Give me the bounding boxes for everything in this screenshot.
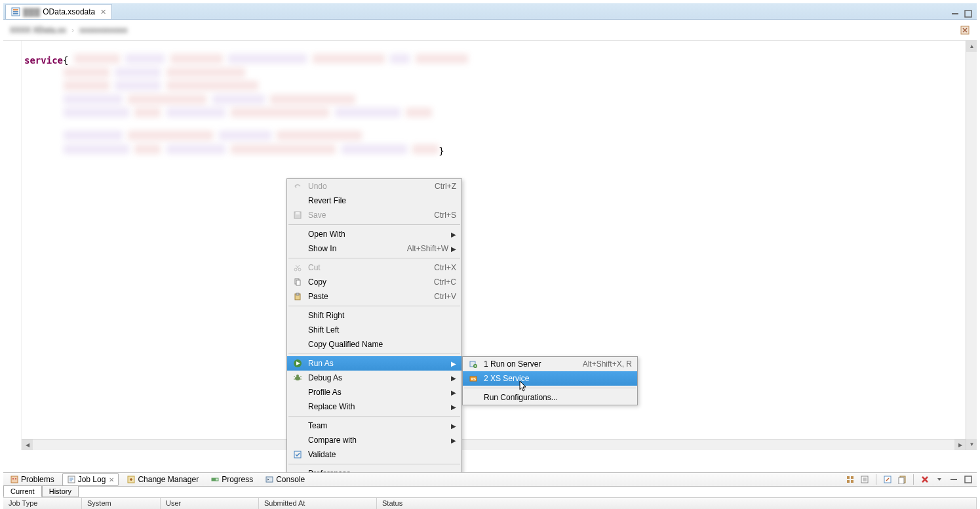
close-icon[interactable]: ✕ [109, 476, 114, 483]
menu-paste[interactable]: Paste Ctrl+V [287, 289, 461, 304]
svg-rect-3 [13, 13, 18, 14]
svg-rect-5 [965, 10, 971, 17]
column-system[interactable]: System [82, 498, 161, 509]
svg-rect-39 [951, 479, 957, 480]
scroll-left-icon[interactable]: ◀ [22, 439, 33, 451]
menu-team[interactable]: Team ▶ [287, 418, 461, 433]
scroll-down-icon[interactable]: ▼ [966, 439, 977, 450]
scroll-up-icon[interactable]: ▲ [966, 41, 977, 52]
menu-debug-as[interactable]: Debug As ▶ [287, 371, 461, 385]
job-log-icon [67, 475, 76, 484]
chevron-right-icon: ▶ [448, 422, 456, 430]
view-tab-job-log[interactable]: Job Log ✕ [62, 473, 119, 486]
svg-rect-2 [13, 11, 18, 12]
run-icon [290, 359, 305, 368]
bottom-view-tabs: Problems Job Log ✕ Change Manager Progre… [3, 472, 977, 487]
svg-rect-8 [296, 212, 300, 214]
minimize-view-icon[interactable] [948, 474, 960, 485]
minimize-view-icon[interactable] [950, 9, 960, 19]
chevron-right-icon: ▶ [448, 389, 456, 396]
menu-shift-right[interactable]: Shift Right [287, 308, 461, 323]
xsodata-file-icon [11, 7, 20, 16]
column-status[interactable]: Status [377, 498, 977, 509]
svg-point-17 [296, 375, 299, 377]
column-user[interactable]: User [161, 498, 259, 509]
view-tab-change-manager[interactable]: Change Manager [123, 474, 203, 485]
svg-rect-1 [13, 9, 18, 10]
debug-icon [290, 373, 305, 382]
menu-run-as[interactable]: Run As ▶ [287, 356, 461, 371]
keyword-service: service [24, 55, 63, 66]
menu-cut[interactable]: Cut Ctrl+X [287, 260, 461, 275]
xs-service-icon: XS [465, 374, 481, 383]
maximize-view-icon[interactable] [963, 9, 973, 19]
editor-tab-bar: ▓▓▓ OData.xsodata ✕ [3, 3, 977, 20]
close-icon[interactable]: ✕ [100, 8, 106, 16]
menu-replace-with[interactable]: Replace With ▶ [287, 399, 461, 414]
editor-gutter [3, 41, 22, 450]
paste-icon [290, 292, 305, 301]
column-submitted-at[interactable]: Submitted At [259, 498, 377, 509]
vertical-scrollbar[interactable]: ▲ ▼ [966, 41, 977, 450]
menu-copy[interactable]: Copy Ctrl+C [287, 275, 461, 289]
run-as-submenu: 1 Run on Server Alt+Shift+X, R XS 2 XS S… [462, 356, 638, 405]
svg-point-24 [12, 478, 14, 479]
chevron-right-icon: ▶ [448, 231, 456, 238]
menu-compare-with[interactable]: Compare with ▶ [287, 433, 461, 447]
view-tab-problems[interactable]: Problems [6, 474, 58, 485]
job-log-sub-tabs: Current History [3, 485, 79, 497]
change-manager-icon [127, 475, 136, 484]
scroll-right-icon[interactable]: ▶ [954, 439, 966, 451]
menu-copy-qualified-name[interactable]: Copy Qualified Name [287, 337, 461, 352]
toolbar-list-icon[interactable] [859, 474, 871, 485]
svg-rect-14 [296, 293, 299, 295]
toolbar-dropdown-icon[interactable] [933, 474, 945, 485]
toolbar-delete-icon[interactable] [919, 474, 931, 485]
svg-rect-4 [952, 13, 958, 14]
editor-tab-active[interactable]: ▓▓▓ OData.xsodata ✕ [5, 4, 112, 19]
toolbar-grid-icon[interactable] [844, 474, 856, 485]
menu-revert-file[interactable]: Revert File [287, 193, 461, 208]
console-icon [265, 475, 274, 484]
save-icon [290, 211, 305, 220]
copy-icon [290, 277, 305, 287]
svg-rect-38 [899, 478, 904, 484]
toolbar-refresh-icon[interactable] [882, 474, 893, 485]
view-tab-console[interactable]: Console [261, 474, 309, 485]
chevron-right-icon: ▶ [448, 375, 456, 382]
svg-rect-23 [11, 476, 18, 483]
menu-save[interactable]: Save Ctrl+S [287, 208, 461, 222]
editor-content[interactable]: service{ } [24, 54, 964, 157]
menu-undo[interactable]: Undo Ctrl+Z [287, 179, 461, 193]
sub-tab-history[interactable]: History [42, 485, 79, 497]
undo-icon [290, 182, 305, 191]
menu-validate[interactable]: Validate [287, 447, 461, 462]
maximize-view-icon[interactable] [962, 474, 974, 485]
menu-show-in[interactable]: Show In Alt+Shift+W ▶ [287, 241, 461, 256]
svg-rect-12 [296, 280, 300, 285]
svg-rect-29 [212, 478, 216, 481]
submenu-run-configurations[interactable]: Run Configurations... [463, 390, 637, 405]
chevron-right-icon: ▶ [448, 437, 456, 444]
progress-icon [210, 475, 220, 484]
job-log-table-header: Job Type System User Submitted At Status [3, 497, 977, 509]
validate-icon [290, 450, 305, 459]
breadcrumb-item-2[interactable]: xxxxxxxxxxx [79, 26, 127, 35]
column-job-type[interactable]: Job Type [3, 498, 82, 509]
menu-profile-as[interactable]: Profile As ▶ [287, 385, 461, 399]
view-tab-progress[interactable]: Progress [206, 474, 257, 485]
chevron-right-icon: ▶ [448, 403, 456, 411]
breadcrumb-bar: XXXX XData.xx › xxxxxxxxxxx [3, 20, 977, 41]
submenu-run-on-server[interactable]: 1 Run on Server Alt+Shift+X, R [463, 357, 637, 371]
chevron-right-icon: ▶ [448, 245, 456, 253]
submenu-xs-service[interactable]: XS 2 XS Service [463, 371, 637, 386]
sub-tab-current[interactable]: Current [3, 485, 42, 497]
svg-rect-34 [851, 480, 853, 483]
breadcrumb-item-1[interactable]: XXXX XData.xx [10, 26, 66, 35]
menu-open-with[interactable]: Open With ▶ [287, 227, 461, 241]
context-menu: Undo Ctrl+Z Revert File Save Ctrl+S Open… [286, 178, 462, 481]
horizontal-scrollbar[interactable]: ◀ ▶ [22, 439, 966, 450]
breadcrumb-action-icon[interactable] [960, 25, 970, 35]
menu-shift-left[interactable]: Shift Left [287, 323, 461, 337]
toolbar-filter-icon[interactable] [896, 474, 908, 485]
